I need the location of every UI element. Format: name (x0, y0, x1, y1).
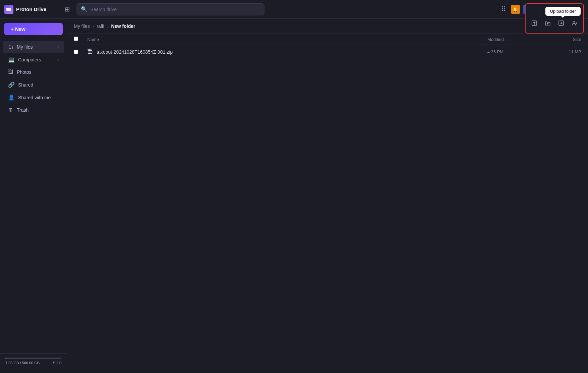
share-button[interactable] (555, 18, 567, 30)
photos-icon: 🖼 (8, 69, 13, 75)
col-size-header: Size (541, 37, 581, 42)
toolbar-icon-row (528, 18, 581, 30)
computers-icon: 💻 (8, 56, 15, 63)
storage-bar-background (5, 358, 61, 359)
upload-folder-tooltip: Upload folder (545, 7, 581, 16)
sidebar-label-computers: Computers (18, 57, 54, 62)
shared-with-me-icon: 👤 (8, 94, 15, 101)
breadcrumb-current: New folder (111, 23, 135, 29)
svg-rect-1 (6, 8, 9, 11)
file-icon: 🗜 (87, 48, 93, 55)
table-row[interactable]: 🗜 takeout-20241028T160854Z-001.zip 4:36 … (67, 45, 588, 59)
row-size: 11 MB (541, 49, 581, 54)
sidebar-item-photos[interactable]: 🖼 Photos (3, 66, 64, 78)
search-input[interactable] (90, 7, 260, 12)
notification-badge[interactable]: 🔔 (511, 5, 520, 14)
topbar: Proton Drive ⊞ 🔍 Upload folder (0, 0, 588, 19)
sidebar-item-my-files[interactable]: 🗂 My files › (3, 41, 64, 53)
storage-bar-fill (5, 358, 6, 359)
my-files-arrow: › (57, 45, 59, 49)
upload-folder-button[interactable] (542, 18, 554, 30)
trash-icon: 🗑 (8, 107, 13, 113)
svg-point-4 (573, 21, 575, 23)
breadcrumb-ralfi[interactable]: ralfi (97, 23, 104, 29)
upload-file-button[interactable] (528, 18, 540, 30)
storage-used: 7.05 GB / 500.00 GB (5, 361, 40, 365)
sidebar: + New 🗂 My files › 💻 Computers › 🖼 Photo… (0, 19, 67, 373)
proton-logo-icon (4, 5, 13, 14)
table-header: Name Modified ↑ Size (67, 34, 588, 45)
my-files-icon: 🗂 (8, 44, 13, 50)
row-name-cell: 🗜 takeout-20241028T160854Z-001.zip (87, 48, 487, 55)
main-layout: + New 🗂 My files › 💻 Computers › 🖼 Photo… (0, 19, 588, 373)
col-modified-header[interactable]: Modified ↑ (487, 37, 541, 42)
sidebar-item-shared-with-me[interactable]: 👤 Shared with me (3, 91, 64, 104)
sidebar-label-shared-with-me: Shared with me (18, 95, 59, 100)
app-name: Proton Drive (16, 6, 46, 12)
breadcrumb-sep-1: › (92, 23, 94, 29)
upload-tooltip-area: Upload folder (525, 3, 584, 34)
sidebar-item-trash[interactable]: 🗑 Trash (3, 104, 64, 116)
breadcrumb-sep-2: › (107, 23, 109, 29)
sort-arrow: ↑ (505, 37, 507, 41)
row-checkbox-cell (74, 50, 87, 54)
row-checkbox[interactable] (74, 50, 78, 54)
new-button[interactable]: + New (4, 23, 63, 35)
computers-arrow: › (57, 57, 59, 62)
search-bar: 🔍 (77, 3, 264, 15)
topbar-right: Upload folder (499, 3, 584, 15)
select-all-checkbox[interactable] (74, 37, 78, 41)
sidebar-item-shared[interactable]: 🔗 Shared (3, 78, 64, 91)
search-icon: 🔍 (81, 6, 88, 12)
select-all-checkbox-cell (74, 37, 87, 42)
version-text: 5.2.0 (53, 361, 61, 365)
sidebar-label-shared: Shared (18, 82, 59, 88)
row-modified: 4:36 PM (487, 49, 541, 54)
sidebar-nav: 🗂 My files › 💻 Computers › 🖼 Photos 🔗 Sh… (0, 41, 67, 116)
apps-toggle-button[interactable]: ⊞ (63, 4, 71, 14)
sidebar-footer: 7.05 GB / 500.00 GB 5.2.0 (0, 353, 67, 369)
logo-area: Proton Drive ⊞ (4, 4, 71, 14)
breadcrumb-my-files[interactable]: My files (74, 23, 90, 29)
apps-grid-button[interactable]: ⠿ (499, 3, 508, 15)
file-table: Name Modified ↑ Size 🗜 takeout-20241028T… (67, 34, 588, 373)
content-area: My files › ralfi › New folder Name Modif… (67, 19, 588, 373)
file-name: takeout-20241028T160854Z-001.zip (97, 49, 173, 55)
shared-icon: 🔗 (8, 82, 15, 88)
sidebar-item-computers[interactable]: 💻 Computers › (3, 53, 64, 66)
breadcrumb: My files › ralfi › New folder (67, 19, 588, 34)
sidebar-label-trash: Trash (17, 107, 59, 113)
storage-text: 7.05 GB / 500.00 GB 5.2.0 (5, 361, 61, 365)
person-add-button[interactable] (569, 18, 581, 30)
col-name-header: Name (87, 37, 487, 42)
sidebar-label-photos: Photos (17, 69, 59, 75)
sidebar-label-my-files: My files (17, 44, 54, 50)
